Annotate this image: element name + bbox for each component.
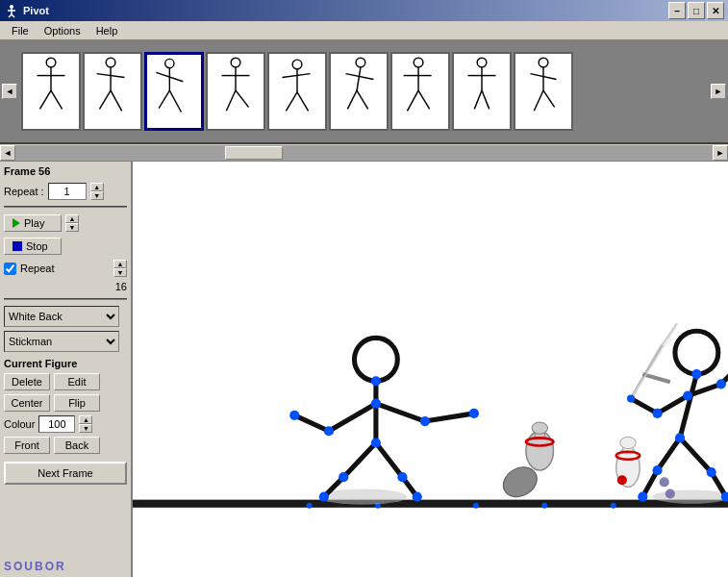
- filmstrip-nav-left[interactable]: ◄: [2, 84, 17, 99]
- background-dropdown[interactable]: White Back: [4, 306, 119, 327]
- svg-point-15: [165, 59, 174, 67]
- svg-line-38: [407, 90, 418, 111]
- edit-button[interactable]: Edit: [54, 373, 100, 390]
- stop-button[interactable]: Stop: [4, 238, 62, 255]
- svg-point-74: [339, 472, 348, 482]
- play-button[interactable]: Play: [4, 214, 62, 232]
- title-bar: Pivot – □ ✕: [0, 0, 728, 21]
- svg-line-33: [347, 90, 357, 109]
- filmstrip-frame-5[interactable]: [267, 52, 327, 131]
- svg-line-90: [658, 396, 689, 414]
- svg-point-0: [10, 5, 13, 9]
- center-button[interactable]: Center: [4, 394, 50, 412]
- left-panel: Frame 56 Repeat : ▲ ▼ Play ▲ ▼: [0, 162, 133, 577]
- svg-line-61: [376, 404, 425, 421]
- play-spin-down[interactable]: ▼: [65, 223, 79, 232]
- repeat-row: Repeat : ▲ ▼: [4, 183, 127, 200]
- back-button[interactable]: Back: [54, 437, 100, 454]
- filmstrip-frame-1[interactable]: [21, 52, 81, 131]
- svg-point-5: [46, 58, 56, 67]
- svg-point-51: [306, 503, 312, 509]
- window-controls: – □ ✕: [668, 2, 724, 19]
- svg-line-13: [99, 90, 111, 109]
- scrollbar-track[interactable]: [15, 145, 713, 161]
- minimize-button[interactable]: –: [668, 2, 686, 19]
- repeat-right-spin-up[interactable]: ▲: [113, 260, 127, 268]
- svg-line-62: [425, 414, 474, 421]
- svg-line-99: [663, 323, 677, 344]
- svg-line-9: [51, 90, 63, 109]
- svg-line-101: [633, 327, 676, 395]
- svg-point-105: [627, 395, 635, 403]
- front-button[interactable]: Front: [4, 437, 50, 454]
- svg-point-72: [469, 409, 479, 418]
- scrollbar-left-button[interactable]: ◄: [0, 145, 15, 161]
- svg-line-96: [680, 438, 712, 472]
- svg-point-10: [106, 58, 115, 67]
- svg-line-14: [111, 90, 122, 111]
- svg-point-76: [397, 472, 407, 482]
- menu-help[interactable]: Help: [88, 23, 126, 38]
- svg-line-44: [482, 90, 490, 109]
- svg-line-65: [376, 442, 403, 477]
- svg-point-57: [354, 338, 397, 381]
- menu-bar: File Options Help: [0, 21, 728, 40]
- next-frame-button[interactable]: Next Frame: [4, 462, 127, 485]
- flip-button[interactable]: Flip: [54, 394, 100, 412]
- repeat-right-spin-down[interactable]: ▼: [113, 268, 127, 277]
- svg-point-103: [683, 390, 692, 400]
- svg-point-45: [539, 58, 548, 67]
- svg-line-60: [294, 415, 329, 431]
- filmstrip-frame-3[interactable]: [144, 52, 204, 131]
- svg-point-71: [420, 416, 430, 426]
- menu-options[interactable]: Options: [37, 23, 88, 38]
- svg-line-28: [286, 92, 297, 111]
- svg-point-35: [414, 58, 423, 67]
- svg-point-104: [652, 409, 662, 418]
- divider-2: [4, 298, 127, 300]
- close-button[interactable]: ✕: [707, 2, 724, 19]
- colour-spin-up[interactable]: ▲: [79, 415, 92, 424]
- colour-spin-down[interactable]: ▼: [79, 424, 92, 433]
- figure-buttons-row1: Delete Edit: [4, 373, 127, 390]
- svg-point-77: [413, 491, 422, 501]
- menu-file[interactable]: File: [4, 23, 37, 38]
- filmstrip-frame-7[interactable]: [390, 52, 450, 131]
- filmstrip-frame-8[interactable]: [452, 52, 512, 131]
- svg-line-59: [329, 404, 376, 432]
- stop-icon: [13, 241, 22, 251]
- svg-point-87: [652, 489, 728, 503]
- svg-line-39: [418, 90, 430, 109]
- svg-line-48: [534, 90, 543, 111]
- svg-line-89: [680, 374, 696, 438]
- svg-point-106: [716, 379, 726, 389]
- repeat-checkbox[interactable]: [4, 263, 16, 275]
- svg-point-88: [675, 331, 718, 374]
- stickman-dropdown[interactable]: Stickman: [4, 331, 119, 352]
- canvas-area[interactable]: [133, 162, 728, 577]
- delete-button[interactable]: Delete: [4, 373, 50, 390]
- svg-point-108: [675, 433, 685, 442]
- svg-line-8: [39, 90, 51, 109]
- colour-input[interactable]: [38, 415, 75, 433]
- filmstrip-nav-right[interactable]: ►: [711, 84, 726, 99]
- filmstrip-frame-2[interactable]: [83, 52, 142, 131]
- svg-line-4: [12, 14, 14, 17]
- play-spin-up[interactable]: ▲: [65, 214, 79, 223]
- svg-line-100: [642, 374, 670, 382]
- scrollbar-thumb[interactable]: [225, 146, 283, 160]
- repeat-input[interactable]: [48, 183, 87, 200]
- repeat-spin-up[interactable]: ▲: [90, 183, 104, 191]
- svg-line-18: [159, 90, 169, 109]
- scrollbar-right-button[interactable]: ►: [713, 145, 728, 161]
- colour-label: Colour: [4, 418, 35, 430]
- filmstrip-frame-9[interactable]: [514, 52, 573, 131]
- svg-point-73: [371, 438, 381, 447]
- maximize-button[interactable]: □: [688, 2, 705, 19]
- svg-line-24: [236, 90, 249, 107]
- repeat-spin-down[interactable]: ▼: [90, 191, 104, 200]
- svg-point-85: [620, 437, 636, 448]
- svg-point-80: [532, 422, 547, 434]
- filmstrip-frame-4[interactable]: [206, 52, 265, 131]
- filmstrip-frame-6[interactable]: [329, 52, 389, 131]
